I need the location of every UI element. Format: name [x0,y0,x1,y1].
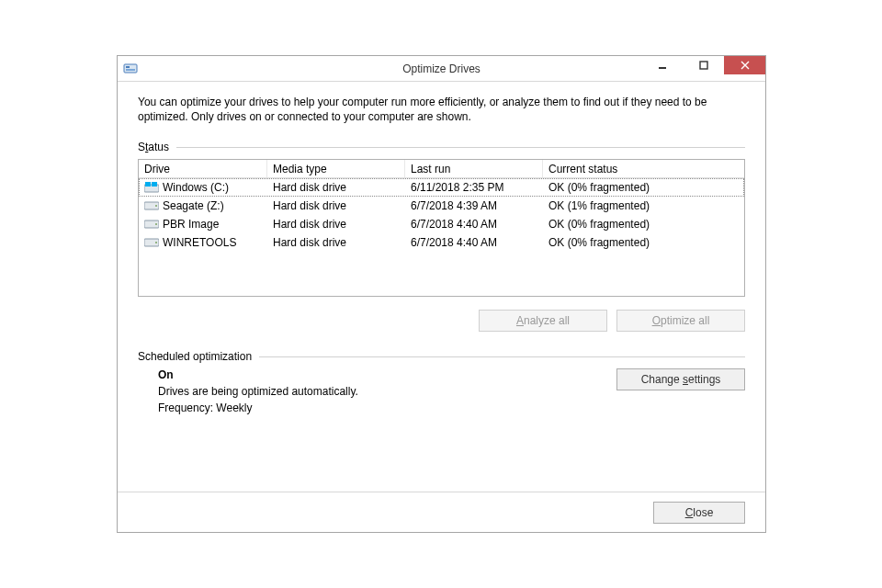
drive-icon [144,219,159,230]
drive-name: WINRETOOLS [163,236,236,249]
optimize-all-button[interactable]: Optimize all [616,310,745,332]
svg-rect-4 [700,62,707,69]
svg-rect-0 [124,64,137,73]
svg-rect-1 [126,66,130,68]
divider [176,147,745,148]
drive-status: OK (1% fragmented) [543,197,744,215]
content-area: You can optimize your drives to help you… [118,82,765,418]
drive-name: PBR Image [163,218,219,231]
drives-listbox[interactable]: Drive Media type Last run Current status… [138,159,745,297]
col-last-run[interactable]: Last run [405,160,543,177]
status-section-label: Status [138,141,745,153]
drive-media: Hard disk drive [267,215,405,233]
drive-icon [144,182,159,193]
window-controls [641,56,765,74]
drive-last-run: 6/7/2018 4:40 AM [405,215,543,233]
maximize-button[interactable] [683,56,724,74]
footer: Close [118,492,765,532]
col-drive[interactable]: Drive [139,160,267,177]
drive-media: Hard disk drive [267,233,405,252]
drive-icon [144,200,159,211]
drive-row[interactable]: WINRETOOLSHard disk drive6/7/2018 4:40 A… [139,233,744,252]
close-window-button[interactable] [724,56,765,74]
scheduled-text: On Drives are being optimized automatica… [158,368,605,418]
minimize-button[interactable] [641,56,683,74]
drive-row[interactable]: PBR ImageHard disk drive6/7/2018 4:40 AM… [139,215,744,233]
drive-status: OK (0% fragmented) [543,178,744,197]
svg-rect-6 [145,182,151,187]
drive-row[interactable]: Seagate (Z:)Hard disk drive6/7/2018 4:39… [139,197,744,215]
svg-rect-3 [659,67,666,69]
col-media[interactable]: Media type [267,160,405,177]
svg-rect-7 [152,182,157,187]
drive-row[interactable]: Windows (C:)Hard disk drive6/11/2018 2:3… [139,178,744,197]
divider [259,356,745,357]
optimize-drives-window: Optimize Drives You can optimize your dr… [117,55,766,533]
drive-status: OK (0% fragmented) [543,215,744,233]
scheduled-on: On [158,368,605,381]
svg-rect-2 [126,69,135,71]
scheduled-desc: Drives are being optimized automatically… [158,385,605,398]
drive-status: OK (0% fragmented) [543,233,744,252]
drive-name: Windows (C:) [163,181,229,194]
drive-last-run: 6/7/2018 4:40 AM [405,233,543,252]
list-header: Drive Media type Last run Current status [139,160,744,178]
titlebar[interactable]: Optimize Drives [118,56,765,82]
svg-point-13 [155,242,157,243]
drive-last-run: 6/11/2018 2:35 PM [405,178,543,197]
app-icon [123,62,138,76]
svg-point-9 [155,205,157,207]
svg-point-11 [155,223,157,225]
change-settings-button[interactable]: Change settings [616,368,745,390]
drive-last-run: 6/7/2018 4:39 AM [405,197,543,215]
drive-media: Hard disk drive [267,197,405,215]
scheduled-section: Scheduled optimization On Drives are bei… [138,350,745,418]
scheduled-label: Scheduled optimization [138,350,745,363]
analyze-all-button[interactable]: Analyze all [479,310,607,332]
drive-media: Hard disk drive [267,178,405,197]
intro-text: You can optimize your drives to help you… [138,95,745,124]
col-status[interactable]: Current status [543,160,744,177]
action-buttons: Analyze all Optimize all [138,310,745,332]
scheduled-freq: Frequency: Weekly [158,401,605,414]
close-button[interactable]: Close [653,502,745,524]
drive-name: Seagate (Z:) [163,199,224,212]
drive-icon [144,237,159,248]
